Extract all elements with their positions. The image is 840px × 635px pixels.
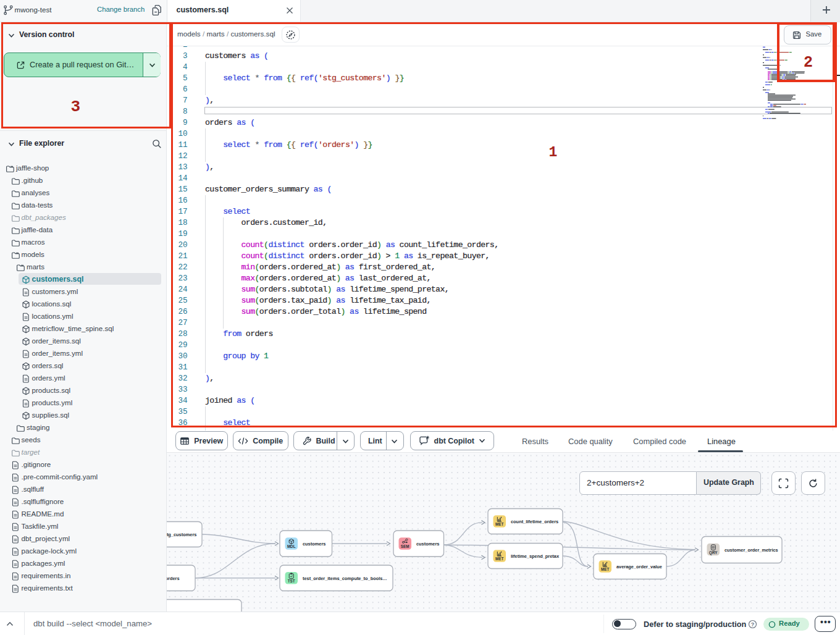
- svg-text:test_order_items_compute_to_bo: test_order_items_compute_to_bools…: [303, 575, 387, 581]
- svg-text:MET: MET: [495, 522, 503, 526]
- svg-text:MET: MET: [601, 567, 609, 571]
- svg-text:orders: orders: [167, 575, 180, 581]
- svg-text:lifetime_spend_pretax: lifetime_spend_pretax: [511, 553, 560, 558]
- svg-text:count_lifetime_orders: count_lifetime_orders: [511, 518, 558, 524]
- svg-text:customer_order_metrics: customer_order_metrics: [724, 547, 778, 552]
- svg-text:QRY: QRY: [709, 550, 718, 555]
- svg-text:TST: TST: [288, 579, 295, 583]
- svg-text:SEM: SEM: [401, 544, 410, 549]
- svg-text:MDL: MDL: [287, 544, 296, 549]
- svg-text:customers: customers: [303, 540, 326, 546]
- svg-text:?: ?: [751, 621, 755, 628]
- svg-text:average_order_value: average_order_value: [616, 563, 662, 569]
- svg-text:customers: customers: [416, 540, 439, 546]
- svg-text:stg_customers: stg_customers: [167, 531, 196, 537]
- svg-text:MET: MET: [495, 557, 503, 561]
